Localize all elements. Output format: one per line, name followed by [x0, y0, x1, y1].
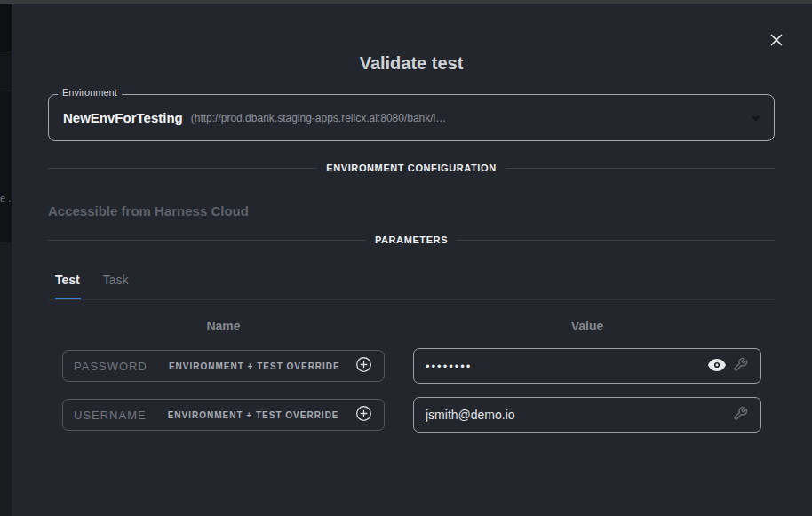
background-segment: [0, 52, 12, 91]
divider-line: [506, 168, 775, 169]
param-override-badge: ENVIRONMENT + TEST OVERRIDE: [169, 361, 340, 371]
param-value-box-password: [413, 348, 761, 384]
background-clipped-text: e .: [0, 193, 11, 203]
add-circle-icon: [355, 405, 372, 425]
wrench-icon: [733, 357, 748, 375]
wrench-icon: [733, 406, 748, 424]
close-button[interactable]: [760, 25, 792, 57]
tabs-divider-line: [48, 299, 775, 300]
environment-selected-value: NewEnvForTesting (http://prod.dbank.stag…: [49, 95, 774, 140]
param-name-label: PASSWORD: [74, 360, 147, 373]
configure-value-button[interactable]: [728, 354, 752, 377]
password-value-input[interactable]: [426, 360, 705, 373]
background-page-strip: e .: [0, 4, 12, 516]
environment-url: (http://prod.dbank.staging-apps.relicx.a…: [191, 112, 447, 124]
tab-test[interactable]: Test: [55, 273, 80, 287]
parameters-tabs: Test Task: [55, 273, 129, 287]
divider-line: [457, 240, 775, 241]
validate-test-page: e . Validate test Environment NewEnvForT…: [0, 0, 812, 516]
param-name-box-password: PASSWORD ENVIRONMENT + TEST OVERRIDE: [62, 350, 385, 382]
param-value-box-username: [413, 397, 761, 433]
column-header-value: Value: [413, 319, 761, 333]
environment-name: NewEnvForTesting: [63, 110, 183, 125]
param-name-label: USERNAME: [74, 409, 147, 422]
username-value-input[interactable]: [426, 408, 728, 422]
environment-note: Accessible from Harness Cloud: [48, 203, 249, 218]
param-name-box-username: USERNAME ENVIRONMENT + TEST OVERRIDE: [62, 399, 385, 431]
environment-configuration-divider: ENVIRONMENT CONFIGURATION: [48, 163, 775, 173]
eye-icon: [708, 359, 726, 374]
param-override-badge: ENVIRONMENT + TEST OVERRIDE: [168, 410, 339, 420]
background-segment: e .: [0, 91, 12, 242]
add-override-button[interactable]: [354, 356, 373, 376]
environment-select-label: Environment: [58, 87, 122, 98]
validate-test-dialog: Validate test Environment NewEnvForTesti…: [12, 4, 812, 516]
divider-line: [48, 168, 317, 169]
background-segment: [0, 242, 12, 516]
divider-line: [48, 240, 366, 241]
chevron-down-icon: [752, 116, 760, 122]
column-header-name: Name: [62, 319, 385, 333]
dialog-title: Validate test: [48, 53, 775, 74]
add-circle-icon: [355, 356, 372, 376]
environment-configuration-heading: ENVIRONMENT CONFIGURATION: [326, 163, 496, 173]
parameters-divider: PARAMETERS: [48, 234, 775, 245]
show-password-button[interactable]: [705, 354, 728, 377]
configure-value-button[interactable]: [728, 403, 752, 426]
close-icon: [768, 32, 784, 51]
environment-select[interactable]: Environment NewEnvForTesting (http://pro…: [48, 94, 775, 141]
background-segment: [0, 4, 12, 52]
add-override-button[interactable]: [354, 405, 373, 425]
tab-task[interactable]: Task: [103, 273, 129, 287]
parameters-heading: PARAMETERS: [375, 234, 448, 245]
